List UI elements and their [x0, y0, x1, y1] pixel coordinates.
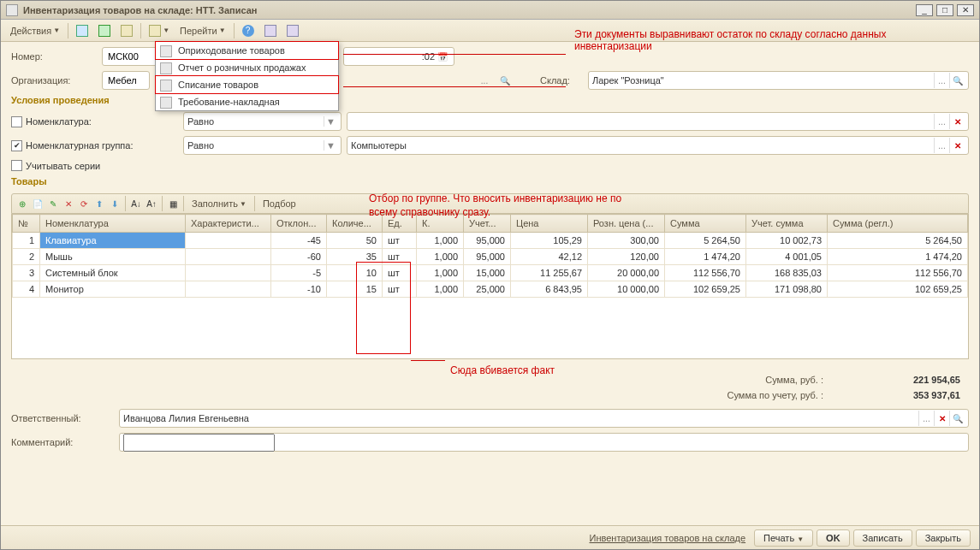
doc-icon — [160, 62, 172, 74]
goto-dropdown: Оприходование товаров Отчет о розничных … — [155, 41, 339, 111]
resp-field[interactable]: Иванцова Лилия Евгеньевна ... ✕ 🔍 — [119, 409, 969, 428]
nomen-checkbox[interactable] — [11, 116, 22, 127]
nomen-clear[interactable]: ✕ — [949, 114, 965, 129]
window-title: Инвентаризация товаров на складе: НТТ. З… — [23, 5, 916, 15]
col-dev[interactable]: Отклон... — [271, 215, 327, 233]
date-field[interactable]: :02📅 — [343, 47, 454, 66]
resp-more[interactable]: ... — [918, 411, 934, 426]
sort-asc-icon[interactable]: A↓ — [129, 197, 143, 210]
org-more[interactable]: ... — [477, 73, 492, 88]
maximize-button[interactable]: □ — [936, 4, 953, 16]
col-regl[interactable]: Сумма (регл.) — [828, 215, 968, 233]
chevron-down-icon[interactable]: ▼ — [324, 140, 337, 151]
nomen-op-dropdown[interactable]: Равно ▼ — [183, 112, 342, 131]
acc-sum-value: 353 937,61 — [858, 390, 960, 400]
comment-field[interactable] — [119, 433, 969, 452]
tb-icon-6[interactable] — [282, 22, 303, 39]
doc-icon — [160, 45, 172, 57]
col-nom[interactable]: Номенклатура — [40, 215, 186, 233]
struct-icon — [264, 25, 276, 37]
main-toolbar: Действия▼ ▼ Перейти▼ ? — [1, 20, 979, 42]
col-acc-sum[interactable]: Учет. сумма — [746, 215, 828, 233]
move-down-icon[interactable]: ⬇ — [108, 197, 122, 210]
number-field[interactable] — [102, 47, 162, 66]
col-sum[interactable]: Сумма — [665, 215, 746, 233]
comment-label: Комментарий: — [11, 437, 114, 447]
ok-button[interactable]: OK — [817, 529, 850, 547]
totals-block: Сумма, руб. : 221 954,65 Сумма по учету,… — [11, 375, 969, 400]
close-button[interactable]: Закрыть — [916, 529, 971, 547]
tb-icon-5[interactable] — [260, 22, 281, 39]
help-button[interactable]: ? — [238, 22, 258, 39]
table-row[interactable]: 1Клавиатура-4550шт1,00095,000105,29300,0… — [13, 233, 968, 249]
col-retail[interactable]: Розн. цена (... — [588, 215, 665, 233]
print-button[interactable]: Печать ▼ — [754, 529, 813, 547]
actions-menu[interactable]: Действия▼ — [6, 23, 64, 38]
add-row-icon[interactable]: ⊕ — [15, 197, 29, 210]
move-up-icon[interactable]: ⬆ — [92, 197, 106, 210]
goto-menu[interactable]: Перейти▼ — [175, 23, 230, 38]
col-price[interactable]: Цена — [511, 215, 588, 233]
col-unit[interactable]: Ед. — [383, 215, 417, 233]
copy-row-icon[interactable]: 📄 — [31, 197, 45, 210]
series-checkbox[interactable] — [11, 160, 22, 171]
tb-icon-3[interactable] — [116, 22, 137, 39]
close-button[interactable]: ✕ — [957, 4, 974, 16]
calendar-icon[interactable]: 📅 — [435, 49, 450, 64]
table-row[interactable]: 3Системный блок-510шт1,00015,00011 255,6… — [13, 265, 968, 281]
group-op-dropdown[interactable]: Равно ▼ — [183, 136, 342, 155]
tb-icon-2[interactable] — [94, 22, 115, 39]
nomen-value-field[interactable]: ... ✕ — [347, 112, 969, 131]
nomen-label: Номенклатура: — [26, 116, 92, 127]
tb-icon-4[interactable]: ▼ — [145, 22, 174, 39]
sklad-label: Склад: — [540, 75, 583, 86]
group-value-field[interactable]: Компьютеры ... ✕ — [347, 136, 969, 155]
sum-value: 221 954,65 — [858, 375, 960, 385]
barcode-icon[interactable]: ▦ — [166, 197, 180, 210]
col-acc[interactable]: Учет... — [464, 215, 511, 233]
table-toolbar: ⊕ 📄 ✎ ✕ ⟳ ⬆ ⬇ A↓ A↑ ▦ Заполнить▼ Подбор — [11, 193, 969, 214]
org-field[interactable] — [102, 71, 150, 90]
sklad-field[interactable]: Ларек "Розница" ... 🔍 — [588, 71, 969, 90]
sklad-search[interactable]: 🔍 — [949, 73, 965, 88]
col-n[interactable]: № — [13, 215, 40, 233]
edit-row-icon[interactable]: ✎ — [46, 197, 60, 210]
resp-search[interactable]: 🔍 — [949, 411, 965, 426]
group-clear[interactable]: ✕ — [949, 138, 965, 153]
select-button[interactable]: Подбор — [258, 196, 300, 211]
series-label: Учитывать серии — [26, 161, 100, 171]
group-checkbox[interactable]: ✔ — [11, 140, 22, 151]
nomen-more[interactable]: ... — [934, 114, 949, 129]
acc-sum-label: Сумма по учету, руб. : — [728, 390, 824, 400]
goods-table: № Номенклатура Характеристи... Отклон...… — [11, 214, 969, 359]
refresh-row-icon[interactable]: ⟳ — [77, 197, 91, 210]
sort-desc-icon[interactable]: A↑ — [145, 197, 158, 210]
resp-clear[interactable]: ✕ — [934, 411, 949, 426]
tree-icon — [287, 25, 299, 37]
doc-link[interactable]: Инвентаризация товаров на складе — [585, 531, 751, 545]
menu-item-spisan[interactable]: Списание товаров — [155, 75, 339, 94]
col-k[interactable]: К. — [417, 215, 464, 233]
save-button[interactable]: Записать — [853, 529, 912, 547]
col-char[interactable]: Характеристи... — [186, 215, 271, 233]
tb-icon-1[interactable] — [72, 22, 92, 39]
goods-title: Товары — [11, 176, 969, 186]
help-icon: ? — [242, 25, 254, 37]
chevron-down-icon[interactable]: ▼ — [324, 116, 337, 127]
sklad-more[interactable]: ... — [934, 73, 949, 88]
org-search[interactable]: 🔍 — [497, 73, 513, 88]
doc-icon — [160, 97, 172, 109]
sum-label: Сумма, руб. : — [765, 375, 823, 385]
table-row[interactable]: 2Мышь-6035шт1,00095,00042,12120,001 474,… — [13, 249, 968, 265]
minimize-button[interactable]: _ — [916, 4, 933, 16]
menu-item-oprih[interactable]: Оприходование товаров — [155, 41, 339, 60]
book-icon — [121, 25, 133, 37]
group-more[interactable]: ... — [934, 138, 949, 153]
menu-item-report[interactable]: Отчет о розничных продажах — [156, 59, 338, 76]
table-row[interactable]: 4Монитор-1015шт1,00025,0006 843,9510 000… — [13, 281, 968, 298]
fill-button[interactable]: Заполнить▼ — [187, 196, 251, 211]
menu-item-treb[interactable]: Требование-накладная — [156, 93, 338, 110]
titlebar: Инвентаризация товаров на складе: НТТ. З… — [1, 1, 979, 20]
delete-row-icon[interactable]: ✕ — [62, 197, 75, 210]
col-qty[interactable]: Количе... — [327, 215, 383, 233]
